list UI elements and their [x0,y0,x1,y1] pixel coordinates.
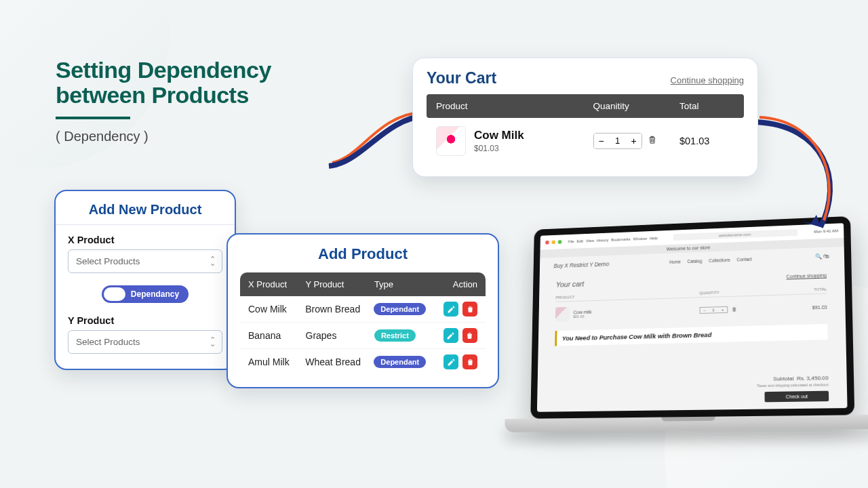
th-y: Y Product [306,279,374,289]
select-chevron-icon: ⌃⌄ [210,258,214,265]
add-new-product-card: Add New Product X Product Select Product… [54,190,236,370]
delete-button[interactable] [462,328,477,343]
browser-menu-item[interactable]: View [586,239,594,243]
mini-item-name: Cow milk [573,309,591,314]
x-product-label: X Product [68,235,222,245]
type-pill: Dependant [374,303,426,315]
table-body: Cow MilkBrown BreadDependantBananaGrapes… [240,296,486,375]
subtotal-label: Subtotal [773,375,793,382]
cart-item-name: Cow Milk [474,129,524,142]
window-min-icon [551,240,555,244]
qty-minus-button[interactable]: − [594,134,609,148]
divider [56,224,235,225]
store-menu-item[interactable]: Contact [736,256,751,262]
th-action: Action [426,279,477,289]
qty-plus-button[interactable]: + [627,134,642,148]
cell-x: Amul Milk [248,357,305,367]
table-row: Cow MilkBrown BreadDependant [240,296,486,322]
cart-row: Cow Milk $01.03 − 1 + $01.03 [427,118,744,164]
y-product-label: Y Product [68,315,222,326]
continue-shopping-link[interactable]: Continue shopping [671,75,744,85]
add-product-card: Add Product X Product Y Product Type Act… [226,233,499,388]
page-title-l2: between Products [56,82,249,108]
store-menu-item[interactable]: Catalog [688,258,703,264]
mini-stepper[interactable]: −1+ [699,306,728,314]
mth-product: PRODUCT [555,291,699,300]
laptop-mockup: FileEditViewHistoryBookmarksWindowHelp w… [530,216,855,452]
x-product-placeholder: Select Products [76,256,140,266]
edit-button[interactable] [443,302,458,317]
th-x: X Product [248,279,306,289]
edit-button[interactable] [443,354,458,369]
page-title-l1: Setting Dependency [56,57,271,83]
mth-total: TOTAL [774,287,827,293]
cart-summary: Subtotal Rs. 3,450.00 Taxes and shipping… [554,375,829,405]
product-thumbnail [436,126,466,156]
cell-y: Grapes [306,330,374,341]
qty-value: 1 [609,134,627,148]
arrow-to-laptop [743,112,858,243]
table-row: Amul MilkWheat BreadDependant [240,348,486,375]
mini-item-total: $91.03 [774,304,827,310]
th-product: Product [436,101,593,111]
remove-item-button[interactable] [648,135,657,147]
laptop-screen: FileEditViewHistoryBookmarksWindowHelp w… [530,216,854,419]
cell-x: Banana [248,330,306,341]
mini-qty: 1 [709,307,718,312]
mini-cart-row: Cow milk $01.03 −1+ 🗑 $91.03 [555,300,827,322]
page-subtitle: ( Dependency ) [56,129,271,144]
cell-y: Brown Bread [305,304,374,314]
browser-menu-item[interactable]: History [597,238,609,242]
mini-thumbnail [555,307,570,322]
type-pill: Dependant [374,356,426,368]
cart-item-price: $01.03 [474,144,524,153]
cell-x: Cow Milk [248,304,305,314]
checkout-button[interactable]: Check out [765,391,829,403]
browser-menu-item[interactable]: File [568,239,574,243]
quantity-stepper[interactable]: − 1 + [593,133,642,149]
hero-heading: Setting Dependency between Products ( De… [56,58,271,144]
store-brand: Buy X Restrict Y Demo [553,261,609,270]
mth-quantity: QUANTITY [699,289,774,295]
y-product-select[interactable]: Select Products ⌃⌄ [68,330,222,354]
browser-menu-item[interactable]: Window [633,237,647,241]
select-chevron-icon: ⌃⌄ [210,338,214,346]
delete-button[interactable] [462,302,477,317]
toggle-label: Dependancy [131,289,179,299]
cart-item-total: $01.03 [679,136,734,146]
header-icons: 🔍 🛍 [815,253,829,260]
subtotal-value: Rs. 3,450.00 [797,375,829,382]
type-pill: Restrict [374,329,416,342]
dependency-alert: You Need to Purchase Cow Milk with Brown… [555,324,827,346]
store-menu: HomeCatalogCollectionsContact [669,256,752,264]
delete-button[interactable] [462,354,477,369]
table-header: X Product Y Product Type Action [240,272,486,296]
cart-card: Your Cart Continue shopping Product Quan… [412,58,758,177]
window-close-icon [545,241,549,245]
cart-header: Product Quanitity Total [427,94,744,118]
cart-title: Your Cart [427,69,496,87]
th-total: Total [679,101,734,111]
browser-menu-item[interactable]: Help [650,236,658,240]
cell-y: Wheat Bread [305,357,374,367]
trash-icon [648,135,657,144]
add-product-title: Add Product [240,245,486,263]
toggle-knob [104,287,125,301]
edit-button[interactable] [443,328,458,343]
mini-item-price: $01.03 [573,314,591,319]
store-menu-item[interactable]: Home [669,259,681,264]
table-row: BananaGrapesRestrict [240,322,486,348]
th-type: Type [374,279,426,289]
y-product-placeholder: Select Products [76,337,140,347]
x-product-select[interactable]: Select Products ⌃⌄ [68,249,222,273]
page-title: Setting Dependency between Products [56,58,271,108]
window-max-icon [558,240,562,244]
store-menu-item[interactable]: Collections [709,257,730,262]
browser-menu-item[interactable]: Bookmarks [611,237,631,242]
browser-menu: FileEditViewHistoryBookmarksWindowHelp [568,236,658,243]
mini-trash-icon[interactable]: 🗑 [732,306,736,311]
th-quantity: Quanitity [593,101,679,111]
heading-underline [56,117,130,119]
dependency-toggle[interactable]: Dependancy [102,285,189,303]
browser-menu-item[interactable]: Edit [576,239,583,243]
